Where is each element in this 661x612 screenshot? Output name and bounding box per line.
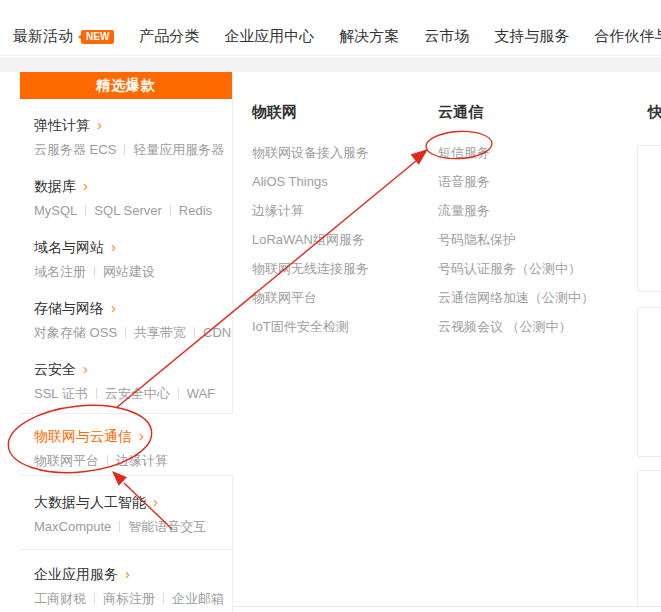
category-label: 存储与网络 bbox=[34, 300, 104, 316]
nav-label: 企业应用中心 bbox=[224, 27, 314, 46]
sidebar-category-enterprise-app-services[interactable]: 企业应用服务 bbox=[34, 564, 232, 584]
category-label: 弹性计算 bbox=[34, 117, 90, 133]
chevron-right-icon bbox=[90, 117, 102, 133]
nav-item-product-categories[interactable]: 产品分类 bbox=[139, 27, 199, 46]
sidebar-sublinks: 工商财税商标注册企业邮箱 bbox=[34, 589, 232, 609]
sidebar-category-cloud-security[interactable]: 云安全 bbox=[34, 359, 232, 379]
nav-label: 云市场 bbox=[424, 27, 469, 46]
menu-item-cloud-video-conference[interactable]: 云视频会议 （公测中） bbox=[438, 312, 594, 341]
nav-label: 解决方案 bbox=[339, 27, 399, 46]
sidebar-sublinks: MySQLSQL ServerRedis bbox=[34, 201, 232, 221]
category-sidebar: 精选爆款 弹性计算 云服务器 ECS轻量应用服务器 数据库 MySQLSQL S… bbox=[20, 72, 233, 612]
sidebar-category-bigdata-ai[interactable]: 大数据与人工智能 bbox=[34, 492, 232, 512]
menu-item-number-auth-service[interactable]: 号码认证服务（公测中） bbox=[438, 254, 594, 283]
column-title-cloud-communication: 云通信 bbox=[438, 103, 594, 122]
sidebar-sublinks: 域名注册网站建设 bbox=[34, 262, 232, 282]
sidebar-category-database[interactable]: 数据库 bbox=[34, 176, 232, 196]
sublink-domain-register[interactable]: 域名注册 bbox=[34, 264, 103, 279]
sublink-enterprise-mail[interactable]: 企业邮箱 bbox=[172, 591, 224, 606]
menu-item-iot-platform[interactable]: 物联网平台 bbox=[252, 283, 369, 312]
sidebar-sublinks: 对象存储 OSS共享带宽CDN bbox=[34, 323, 232, 343]
chevron-right-icon bbox=[76, 361, 88, 377]
nav-label: 支持与服务 bbox=[494, 27, 569, 46]
sublink-waf[interactable]: WAF bbox=[187, 386, 215, 401]
sidebar-category-domain-website[interactable]: 域名与网站 bbox=[34, 237, 232, 257]
menu-item-sms-service[interactable]: 短信服务 bbox=[438, 138, 594, 167]
category-label: 云安全 bbox=[34, 361, 76, 377]
nav-label: 最新活动 bbox=[13, 27, 73, 46]
nav-item-cloud-marketplace[interactable]: 云市场 bbox=[424, 27, 469, 46]
mega-menu-panel: 物联网 物联网设备接入服务 AliOS Things 边缘计算 LoRaWAN组… bbox=[233, 72, 661, 607]
sublink-website-build[interactable]: 网站建设 bbox=[103, 264, 155, 279]
sidebar-section-iot-cloud-communication: 物联网与云通信 物联网平台边缘计算 bbox=[20, 413, 233, 476]
sublink-intelligent-speech[interactable]: 智能语音交互 bbox=[128, 519, 206, 534]
sublink-maxcompute[interactable]: MaxCompute bbox=[34, 519, 128, 534]
new-badge: NEW bbox=[81, 30, 114, 44]
sublink-trademark-register[interactable]: 商标注册 bbox=[103, 591, 172, 606]
sidebar-section-storage-network: 存储与网络 对象存储 OSS共享带宽CDN bbox=[20, 282, 232, 343]
sublink-cdn[interactable]: CDN bbox=[203, 325, 231, 340]
sublink-edge-computing[interactable]: 边缘计算 bbox=[116, 453, 168, 468]
category-label: 物联网与云通信 bbox=[34, 428, 132, 444]
menu-item-edge-computing[interactable]: 边缘计算 bbox=[252, 196, 369, 225]
sidebar-sublinks: 物联网平台边缘计算 bbox=[34, 451, 233, 471]
sublink-security-center[interactable]: 云安全中心 bbox=[105, 386, 187, 401]
sidebar-section-database: 数据库 MySQLSQL ServerRedis bbox=[20, 160, 232, 221]
page: 性能提升3倍大促 | TeamViewer远程控制 | 云服务器 ECS | 升… bbox=[0, 0, 661, 612]
sublink-business-finance-tax[interactable]: 工商财税 bbox=[34, 591, 103, 606]
nav-item-latest-activity[interactable]: 最新活动 NEW bbox=[13, 27, 114, 46]
sidebar-section-elastic-compute: 弹性计算 云服务器 ECS轻量应用服务器 bbox=[20, 99, 232, 160]
sidebar-category-elastic-compute[interactable]: 弹性计算 bbox=[34, 115, 232, 135]
menu-item-lorawan-network[interactable]: LoRaWAN组网服务 bbox=[252, 225, 369, 254]
promo-card[interactable] bbox=[637, 307, 661, 457]
chevron-right-icon bbox=[104, 300, 116, 316]
main-nav: 最新活动 NEW 产品分类 企业应用中心 解决方案 云市场 支持与服务 合作伙伴… bbox=[0, 0, 661, 56]
promo-card[interactable] bbox=[637, 470, 661, 607]
nav-label: 合作伙伴与生态 bbox=[594, 27, 661, 46]
sidebar-section-enterprise-app-services: 企业应用服务 工商财税商标注册企业邮箱 bbox=[20, 550, 232, 609]
nav-item-enterprise-app-center[interactable]: 企业应用中心 bbox=[224, 27, 314, 46]
column-title-clipped: 快 bbox=[648, 103, 661, 122]
sidebar-section-cloud-security: 云安全 SSL 证书云安全中心WAF bbox=[20, 343, 232, 404]
chevron-right-icon bbox=[76, 178, 88, 194]
nav-item-solutions[interactable]: 解决方案 bbox=[339, 27, 399, 46]
nav-item-support-services[interactable]: 支持与服务 bbox=[494, 27, 569, 46]
menu-item-voice-service[interactable]: 语音服务 bbox=[438, 167, 594, 196]
chevron-right-icon bbox=[146, 494, 158, 510]
column-title-iot: 物联网 bbox=[252, 103, 369, 122]
category-label: 企业应用服务 bbox=[34, 566, 118, 582]
sublink-sqlserver[interactable]: SQL Server bbox=[94, 203, 178, 218]
menu-item-data-traffic-service[interactable]: 流量服务 bbox=[438, 196, 594, 225]
sidebar-sublinks: 云服务器 ECS轻量应用服务器 bbox=[34, 140, 232, 160]
page-background-strip bbox=[0, 57, 661, 72]
chevron-right-icon bbox=[104, 239, 116, 255]
promo-card[interactable] bbox=[637, 145, 661, 292]
sidebar-category-iot-cloud-communication[interactable]: 物联网与云通信 bbox=[34, 426, 233, 446]
column-cloud-communication: 云通信 短信服务 语音服务 流量服务 号码隐私保护 号码认证服务（公测中） 云通… bbox=[438, 103, 594, 341]
sublink-ssl-cert[interactable]: SSL 证书 bbox=[34, 386, 105, 401]
category-label: 大数据与人工智能 bbox=[34, 494, 146, 510]
menu-item-number-privacy-protection[interactable]: 号码隐私保护 bbox=[438, 225, 594, 254]
sublink-iot-platform[interactable]: 物联网平台 bbox=[34, 453, 116, 468]
sublink-ecs[interactable]: 云服务器 ECS bbox=[34, 142, 133, 157]
sublink-mysql[interactable]: MySQL bbox=[34, 203, 94, 218]
sidebar-section-domain-website: 域名与网站 域名注册网站建设 bbox=[20, 221, 232, 282]
sublink-oss[interactable]: 对象存储 OSS bbox=[34, 325, 134, 340]
category-label: 数据库 bbox=[34, 178, 76, 194]
nav-label: 产品分类 bbox=[139, 27, 199, 46]
column-iot: 物联网 物联网设备接入服务 AliOS Things 边缘计算 LoRaWAN组… bbox=[252, 103, 369, 341]
sublink-redis[interactable]: Redis bbox=[179, 203, 212, 218]
menu-item-alios-things[interactable]: AliOS Things bbox=[252, 167, 369, 196]
category-label: 域名与网站 bbox=[34, 239, 104, 255]
sublink-shared-bandwidth[interactable]: 共享带宽 bbox=[134, 325, 203, 340]
sidebar-category-storage-network[interactable]: 存储与网络 bbox=[34, 298, 232, 318]
chevron-right-icon bbox=[118, 566, 130, 582]
menu-item-iot-firmware-security[interactable]: IoT固件安全检测 bbox=[252, 312, 369, 341]
chevron-right-icon bbox=[132, 428, 144, 444]
featured-hot-header[interactable]: 精选爆款 bbox=[20, 72, 232, 99]
menu-item-network-acceleration[interactable]: 云通信网络加速（公测中） bbox=[438, 283, 594, 312]
nav-item-partners-ecosystem[interactable]: 合作伙伴与生态 bbox=[594, 27, 661, 46]
menu-item-iot-wireless-connection[interactable]: 物联网无线连接服务 bbox=[252, 254, 369, 283]
menu-item-iot-device-access[interactable]: 物联网设备接入服务 bbox=[252, 138, 369, 167]
sublink-lightweight-server[interactable]: 轻量应用服务器 bbox=[133, 142, 224, 157]
